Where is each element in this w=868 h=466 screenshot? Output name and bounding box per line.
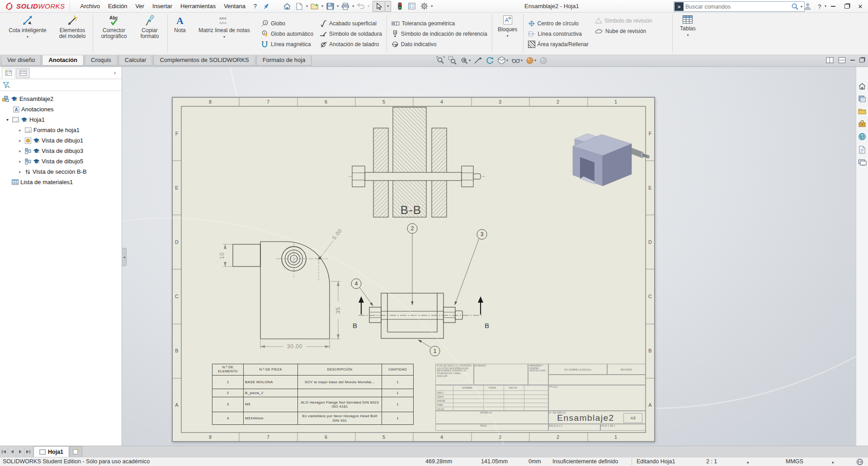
options-list-button[interactable]: [406, 1, 417, 11]
section-tool-icon[interactable]: [474, 56, 482, 65]
dim-offset[interactable]: 5.00: [331, 228, 343, 241]
balloon-3[interactable]: 3: [481, 231, 484, 238]
home-button[interactable]: [282, 1, 292, 11]
save-caret-icon[interactable]: ▾: [337, 5, 339, 8]
hole-callout-button[interactable]: uØ Anotación de taladro: [319, 39, 383, 49]
dim-height[interactable]: 35: [335, 307, 341, 314]
menu-ver[interactable]: Ver: [132, 0, 149, 12]
panel-collapse-handle[interactable]: ◂: [122, 248, 127, 266]
rail-globe-icon[interactable]: [858, 133, 866, 141]
collapsed-arrow-icon[interactable]: ▸: [17, 169, 23, 174]
surface-finish-button[interactable]: Acabado superficial: [319, 19, 383, 28]
tab-croquis[interactable]: Croquis: [85, 55, 118, 66]
tree-item-hoja1[interactable]: ▾ Hoja1: [0, 114, 122, 125]
split-pane-vertical-icon[interactable]: [838, 57, 846, 63]
settings-caret-icon[interactable]: ▾: [431, 5, 433, 8]
bom-row[interactable]: 1BASE MOLONASOY la mejor base del Mundo …: [212, 376, 414, 389]
search-icon[interactable]: [791, 3, 799, 10]
doc-minimize-icon[interactable]: [850, 60, 855, 61]
select-tool-button[interactable]: [373, 1, 385, 11]
tab-ver-diseno[interactable]: Ver diseño: [1, 55, 41, 66]
format-painter-button[interactable]: Copiar formato: [133, 13, 166, 55]
balloon-1[interactable]: 1: [434, 348, 437, 354]
balloon-button[interactable]: 1 Globo: [260, 19, 314, 28]
edit-appearance-icon[interactable]: [526, 57, 534, 65]
sheet-scale[interactable]: 2 : 1: [706, 458, 717, 465]
model-items-button[interactable]: Elementos del modelo: [53, 13, 91, 55]
doc-restore-icon[interactable]: [859, 58, 864, 62]
centerline-button[interactable]: Línea constructiva: [527, 29, 590, 38]
close-button[interactable]: ✕: [854, 1, 867, 12]
select-tool-caret-icon[interactable]: ▾: [385, 5, 391, 8]
auto-balloon-button[interactable]: 1 Globo automático: [260, 29, 314, 38]
note-button[interactable]: A Nota: [169, 13, 191, 55]
expanded-arrow-icon[interactable]: ▾: [5, 117, 10, 122]
next-sheet-button[interactable]: [16, 446, 24, 457]
balloon-4[interactable]: 4: [355, 281, 358, 287]
tree-item-vista-de-dibujo3[interactable]: ▸ Vista de dibujo3: [0, 146, 122, 156]
geometric-tolerance-button[interactable]: Tolerancia geométrica: [391, 19, 488, 28]
panel-expand-chevron-icon[interactable]: ›: [114, 70, 116, 76]
magnetic-line-button[interactable]: Línea magnética: [260, 39, 314, 49]
rail-resources-icon[interactable]: [858, 95, 866, 103]
propertymanager-tab[interactable]: [16, 68, 30, 78]
balloons[interactable]: 2 3 4 1: [351, 223, 487, 356]
sheet-tab-hoja1[interactable]: Hoja1: [33, 446, 69, 457]
scale-popup-arrow-icon[interactable]: ▴: [747, 460, 749, 464]
datum-target-button[interactable]: Dato indicativo: [391, 39, 488, 49]
collapsed-arrow-icon[interactable]: ▸: [17, 138, 23, 143]
blocks-button[interactable]: A Bloques ▾: [494, 13, 522, 55]
open-button[interactable]: [309, 1, 320, 11]
hide-show-caret-icon[interactable]: ▾: [521, 59, 523, 62]
display-style-icon[interactable]: [497, 56, 506, 65]
last-sheet-button[interactable]: [24, 446, 33, 457]
dim-tab[interactable]: 10: [219, 252, 225, 259]
weld-symbol-button[interactable]: Símbolo de soldadura: [319, 29, 383, 38]
dim-width[interactable]: 30.00: [287, 343, 302, 350]
tree-item-vista-de-dibujo1[interactable]: ▸ Vista de dibujo1: [0, 135, 122, 146]
new-document-caret-icon[interactable]: ▾: [306, 5, 308, 8]
settings-gear-button[interactable]: [419, 1, 429, 11]
rebuild-button[interactable]: [394, 1, 405, 11]
featuremanager-tab[interactable]: [2, 68, 15, 78]
tree-item-vista-de-dibujo5[interactable]: ▸ Vista de dibujo5: [0, 156, 122, 166]
add-sheet-tab[interactable]: [70, 446, 82, 457]
linear-note-pattern-caret-icon[interactable]: ▾: [223, 35, 225, 39]
revision-cloud-button[interactable]: Nube de revisión: [594, 26, 653, 36]
zoom-area-icon[interactable]: [448, 56, 457, 65]
first-sheet-button[interactable]: [0, 446, 8, 457]
print-button[interactable]: [340, 1, 351, 11]
rail-document-icon[interactable]: [859, 146, 866, 154]
bom-row[interactable]: 4M5X40mmEn castellano por favor Hexagon …: [212, 412, 414, 425]
menu-ventana[interactable]: Ventana: [220, 0, 250, 12]
menu-archivo[interactable]: Archivo: [76, 0, 104, 12]
collapsed-arrow-icon[interactable]: ▸: [17, 128, 23, 133]
help-button[interactable]: ?: [815, 1, 825, 12]
isometric-view[interactable]: [573, 133, 650, 186]
tables-caret-icon[interactable]: ▾: [687, 33, 689, 37]
blocks-caret-icon[interactable]: ▾: [507, 34, 509, 38]
minimize-button[interactable]: [826, 1, 840, 12]
graphics-area[interactable]: ◂: [122, 67, 856, 446]
rail-toolbox-icon[interactable]: [858, 120, 866, 128]
appearance-caret-icon[interactable]: ▾: [534, 59, 536, 62]
new-document-button[interactable]: [294, 1, 305, 11]
tree-item-anotaciones[interactable]: A Anotaciones: [0, 104, 122, 114]
rail-displays-icon[interactable]: [858, 159, 867, 166]
prev-sheet-button[interactable]: [8, 446, 16, 457]
title-block[interactable]: SI NO SE INDICA LO CONTRARIO: LAS COTAS …: [435, 364, 646, 431]
tree-item-lista-de-materiales1[interactable]: Lista de materiales1: [0, 177, 122, 187]
previous-view-caret-icon[interactable]: ▾: [469, 59, 471, 62]
print-caret-icon[interactable]: ▾: [352, 5, 354, 8]
restore-button[interactable]: [840, 1, 854, 12]
bom-table[interactable]: N.º DE ELEMENTO N.º DE PIEZA DESCRIPCIÓN…: [212, 364, 414, 425]
spell-checker-button[interactable]: Abc Corrector ortográfico: [94, 13, 133, 55]
units-popup-arrow-icon[interactable]: ▴: [832, 460, 834, 464]
hide-show-items-icon[interactable]: [511, 56, 520, 65]
undo-button[interactable]: [355, 1, 366, 11]
tree-item-vista-de-seccion-bb[interactable]: ▸ Vista de sección B-B: [0, 166, 122, 177]
status-globe-icon[interactable]: [856, 458, 863, 466]
section-view-bb[interactable]: B-B: [349, 107, 485, 217]
balloon-2[interactable]: 2: [411, 225, 414, 232]
rotate-view-icon[interactable]: [486, 56, 494, 65]
